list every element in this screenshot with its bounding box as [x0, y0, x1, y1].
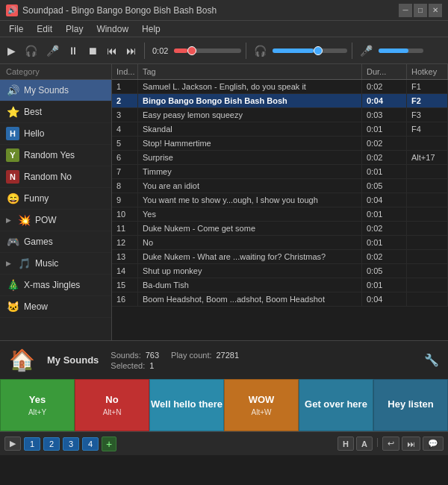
- hey-listen-quick-button[interactable]: Hey listen: [373, 379, 448, 431]
- yes-quick-button[interactable]: Yes Alt+Y: [0, 379, 75, 431]
- tab-1[interactable]: 1: [24, 437, 40, 451]
- no-quick-button[interactable]: No Alt+N: [75, 379, 149, 431]
- sound-duration: 0:01: [362, 165, 407, 178]
- home-icon: 🏠: [9, 348, 35, 372]
- progress-slider[interactable]: [174, 48, 241, 53]
- table-row[interactable]: 14 Shut up monkey 0:05: [112, 264, 448, 278]
- bottom-play-button[interactable]: ▶: [4, 436, 21, 451]
- table-row[interactable]: 5 Stop! Hammertime 0:02: [112, 137, 448, 151]
- menu-help[interactable]: Help: [136, 22, 167, 36]
- separator-3: [352, 43, 352, 59]
- tab-3[interactable]: 3: [63, 437, 79, 451]
- sound-index: 1: [112, 80, 138, 93]
- mic-button[interactable]: 🎤: [43, 43, 62, 58]
- table-row[interactable]: 11 Duke Nukem - Come get some 0:02: [112, 222, 448, 236]
- table-row[interactable]: 2 Bingo Bango Bongo Bish Bash Bosh 0:04 …: [112, 94, 448, 108]
- sidebar-item-hello[interactable]: H Hello: [0, 123, 111, 145]
- status-category: My Sounds: [47, 354, 99, 366]
- xmas-icon: 🎄: [6, 278, 19, 292]
- sound-hotkey: [407, 137, 448, 150]
- table-row[interactable]: 12 No 0:01: [112, 236, 448, 250]
- tab-4[interactable]: 4: [82, 437, 99, 451]
- play-button[interactable]: ▶: [4, 43, 19, 58]
- sound-tag: Samuel L. Jackson - English, do you spea…: [138, 80, 362, 93]
- headphones-button[interactable]: 🎧: [22, 43, 40, 58]
- stop-button[interactable]: ⏹: [84, 43, 101, 58]
- yes-label: Yes: [29, 394, 46, 405]
- progress-thumb[interactable]: [187, 46, 196, 55]
- table-row[interactable]: 10 Yes 0:01: [112, 207, 448, 222]
- status-counts: Sounds: 763 Play count: 27281 Selected: …: [111, 351, 239, 370]
- table-row[interactable]: 13 Duke Nukem - What are ...waiting for?…: [112, 250, 448, 264]
- table-row[interactable]: 9 You want me to show y...ough, I show y…: [112, 193, 448, 207]
- volume-thumb-1[interactable]: [314, 46, 323, 55]
- selected-row: Selected: 1: [111, 361, 239, 370]
- table-row[interactable]: 3 Easy peasy lemon squeezy 0:03 F3: [112, 108, 448, 122]
- sidebar-item-best[interactable]: ⭐ Best: [0, 101, 111, 123]
- volume-slider-1[interactable]: [273, 48, 347, 53]
- sound-index: 4: [112, 122, 138, 136]
- title-bar: 🔊 Soundpad - Bingo Bango Bongo Bish Bash…: [0, 0, 448, 21]
- table-row[interactable]: 8 You are an idiot 0:05: [112, 179, 448, 193]
- prev-button[interactable]: ⏮: [104, 43, 120, 58]
- sound-duration: 0:01: [362, 278, 407, 292]
- my-sounds-icon: 🔊: [6, 84, 19, 97]
- headphones-2-button[interactable]: 🎧: [251, 43, 270, 58]
- sound-index: 14: [112, 264, 138, 278]
- menu-file[interactable]: File: [3, 22, 29, 36]
- sidebar-item-music[interactable]: ▶ 🎵 Music: [0, 253, 111, 275]
- volume-track-1[interactable]: [273, 48, 347, 53]
- sound-index: 11: [112, 222, 138, 235]
- table-row[interactable]: 6 Surprise 0:02 Alt+17: [112, 151, 448, 165]
- pause-button[interactable]: ⏸: [65, 43, 81, 58]
- sidebar-item-pow[interactable]: ▶ 💥 POW: [0, 210, 111, 231]
- chat-icon-button[interactable]: 💬: [423, 436, 444, 451]
- well-hello-quick-button[interactable]: Well hello there: [149, 379, 224, 431]
- sound-index: 15: [112, 278, 138, 292]
- menu-window[interactable]: Window: [90, 22, 134, 36]
- sounds-count-row: Sounds: 763 Play count: 27281: [111, 351, 239, 360]
- sidebar-item-games[interactable]: 🎮 Games: [0, 231, 111, 253]
- volume-fill-2: [379, 48, 408, 53]
- toolbar: ▶ 🎧 🎤 ⏸ ⏹ ⏮ ⏭ 0:02 🎧 🎤: [0, 37, 448, 64]
- menu-edit[interactable]: Edit: [31, 22, 58, 36]
- sound-index: 3: [112, 108, 138, 122]
- back-icon-button[interactable]: ↩: [382, 436, 399, 451]
- sound-hotkey: [407, 222, 448, 235]
- table-row[interactable]: 4 Skandal 0:01 F4: [112, 122, 448, 137]
- skip-icon-button[interactable]: ⏭: [402, 436, 420, 451]
- maximize-button[interactable]: □: [414, 4, 427, 17]
- menu-play[interactable]: Play: [60, 22, 89, 36]
- volume-slider-2[interactable]: [379, 48, 423, 53]
- sounds-count: 763: [146, 351, 159, 360]
- wrench-icon[interactable]: 🔧: [424, 353, 439, 367]
- sidebar-item-funny[interactable]: 😄 Funny: [0, 188, 111, 210]
- close-button[interactable]: ✕: [429, 4, 442, 17]
- sidebar-item-my-sounds[interactable]: 🔊 My Sounds: [0, 80, 111, 101]
- sound-tag: Bingo Bango Bongo Bish Bash Bosh: [138, 94, 362, 107]
- table-row[interactable]: 1 Samuel L. Jackson - English, do you sp…: [112, 80, 448, 94]
- sidebar-item-random-yes[interactable]: Y Random Yes: [0, 145, 111, 166]
- volume-track-2[interactable]: [379, 48, 423, 53]
- add-tab-button[interactable]: +: [102, 436, 116, 451]
- sound-index: 12: [112, 236, 138, 249]
- table-row[interactable]: 7 Timmey 0:01: [112, 165, 448, 179]
- sound-duration: 0:02: [362, 80, 407, 93]
- wow-quick-button[interactable]: WOW Alt+W: [224, 379, 299, 431]
- sound-duration: 0:02: [362, 250, 407, 263]
- sound-duration: 0:01: [362, 122, 407, 136]
- tab-2[interactable]: 2: [43, 437, 60, 451]
- table-row[interactable]: 16 Boom Headshot, Boom ...adshot, Boom H…: [112, 292, 448, 307]
- sidebar-item-meow[interactable]: 🐱 Meow: [0, 296, 111, 318]
- shortcut-a-button[interactable]: A: [356, 436, 373, 451]
- minimize-button[interactable]: ─: [399, 4, 412, 17]
- sidebar-item-random-no[interactable]: N Random No: [0, 166, 111, 188]
- table-row[interactable]: 15 Ba-dum Tish 0:01: [112, 278, 448, 292]
- sidebar-item-xmas[interactable]: 🎄 X-mas Jingles: [0, 275, 111, 296]
- progress-track[interactable]: [174, 48, 241, 53]
- play-count: 27281: [217, 351, 240, 360]
- next-button[interactable]: ⏭: [123, 43, 140, 58]
- shortcut-h-button[interactable]: H: [337, 436, 354, 451]
- mic-2-button[interactable]: 🎤: [357, 43, 376, 58]
- get-over-quick-button[interactable]: Get over here: [299, 379, 373, 431]
